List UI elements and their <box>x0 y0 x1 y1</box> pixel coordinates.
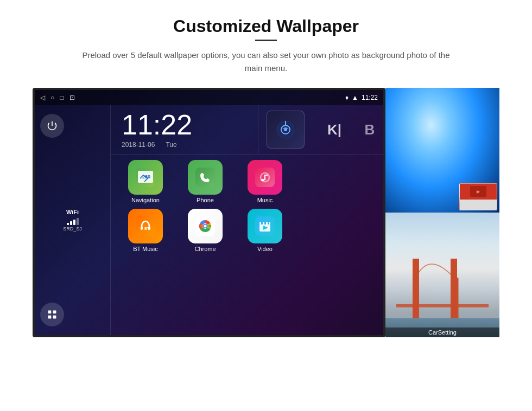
app-btmusic[interactable]: BT BT Music <box>118 209 173 252</box>
svg-text:BT: BT <box>144 227 150 230</box>
page-title: Customized Wallpaper <box>173 16 359 36</box>
svg-point-6 <box>284 128 287 131</box>
navigation-label: Navigation <box>131 197 160 203</box>
clock-day-value: Tue <box>166 141 176 149</box>
apps-section: 280 Navigation <box>111 155 383 335</box>
app-music[interactable]: Music <box>238 160 292 203</box>
chrome-label: Chrome <box>194 246 216 252</box>
app-phone[interactable]: Phone <box>178 160 232 203</box>
android-screen: ◁ ○ □ ⊡ ♦ ▲ 11:22 Wi <box>33 88 385 337</box>
video-icon <box>248 209 282 243</box>
status-left: ◁ ○ □ ⊡ <box>40 94 75 101</box>
btmusic-icon: BT <box>128 209 163 243</box>
wifi-ssid: SRD_SJ <box>40 226 105 232</box>
svg-rect-32 <box>261 222 263 224</box>
wallpaper-ice-cave[interactable]: ▶ <box>385 88 499 213</box>
mini-preview-inset: ▶ <box>459 183 497 210</box>
clock-date: 2018-11-06 Tue <box>122 141 247 149</box>
svg-rect-16 <box>264 175 268 176</box>
svg-rect-18 <box>141 226 143 230</box>
svg-rect-2 <box>48 316 52 319</box>
wifi-bar-4 <box>77 218 79 225</box>
status-right: ♦ ▲ 11:22 <box>345 94 378 101</box>
svg-rect-11 <box>195 168 215 187</box>
clock-section: 11:22 2018-11-06 Tue <box>111 105 383 155</box>
app-video[interactable]: Video <box>238 209 292 252</box>
navigation-icon: 280 <box>128 160 163 195</box>
wallpaper-bridge[interactable]: CarSetting <box>385 213 499 337</box>
ki-section: K| <box>313 105 356 154</box>
wifi-bars <box>40 216 105 225</box>
svg-rect-3 <box>53 316 56 319</box>
clock-date-value: 2018-11-06 <box>122 141 155 149</box>
video-label: Video <box>257 246 273 252</box>
apps-row-2: BT BT Music <box>118 209 376 252</box>
nav-recent-icon[interactable]: □ <box>60 94 64 101</box>
radio-widget[interactable] <box>258 105 313 154</box>
status-time: 11:22 <box>362 94 378 101</box>
wallpaper-panel: ▶ CarSetting <box>385 88 499 337</box>
chrome-icon <box>188 209 223 243</box>
page-subtitle: Preload over 5 default wallpaper options… <box>76 49 456 75</box>
nav-back-icon[interactable]: ◁ <box>40 94 45 101</box>
svg-rect-1 <box>53 311 56 314</box>
wifi-bar-1 <box>67 223 69 225</box>
nav-gallery-icon[interactable]: ⊡ <box>69 94 75 101</box>
clock-panel: 11:22 2018-11-06 Tue <box>111 105 258 154</box>
clock-time: 11:22 <box>122 111 247 139</box>
status-bar: ◁ ○ □ ⊡ ♦ ▲ 11:22 <box>35 90 383 105</box>
apps-row-1: 280 Navigation <box>118 160 376 203</box>
phone-icon <box>188 160 223 195</box>
car-setting-label: CarSetting <box>385 327 499 337</box>
svg-point-14 <box>261 179 264 181</box>
left-sidebar: WiFi SRD_SJ <box>35 105 111 335</box>
app-navigation[interactable]: 280 Navigation <box>118 160 173 203</box>
location-icon: ♦ <box>345 94 349 101</box>
main-area: 11:22 2018-11-06 Tue <box>111 105 383 335</box>
music-icon <box>248 160 282 195</box>
wifi-bar-3 <box>73 220 75 225</box>
power-button[interactable] <box>40 114 64 138</box>
title-divider <box>255 40 277 41</box>
app-chrome[interactable]: Chrome <box>178 209 232 252</box>
svg-rect-33 <box>264 222 266 224</box>
screen-content: WiFi SRD_SJ <box>35 105 383 335</box>
radio-icon <box>267 111 305 149</box>
wifi-bar-2 <box>70 221 72 225</box>
svg-point-28 <box>204 225 207 228</box>
music-label: Music <box>257 197 273 203</box>
b-section: B <box>356 105 383 154</box>
apps-grid-button[interactable] <box>40 303 64 326</box>
btmusic-label: BT Music <box>133 246 158 252</box>
svg-rect-34 <box>268 222 269 224</box>
nav-home-icon[interactable]: ○ <box>50 94 54 101</box>
wifi-status-icon: ▲ <box>352 94 358 101</box>
svg-rect-17 <box>136 216 155 236</box>
phone-label: Phone <box>197 197 214 203</box>
wifi-label: WiFi <box>40 209 105 215</box>
svg-rect-0 <box>48 311 52 314</box>
wifi-info: WiFi SRD_SJ <box>40 209 105 232</box>
device-wrapper: ◁ ○ □ ⊡ ♦ ▲ 11:22 Wi <box>33 88 499 337</box>
